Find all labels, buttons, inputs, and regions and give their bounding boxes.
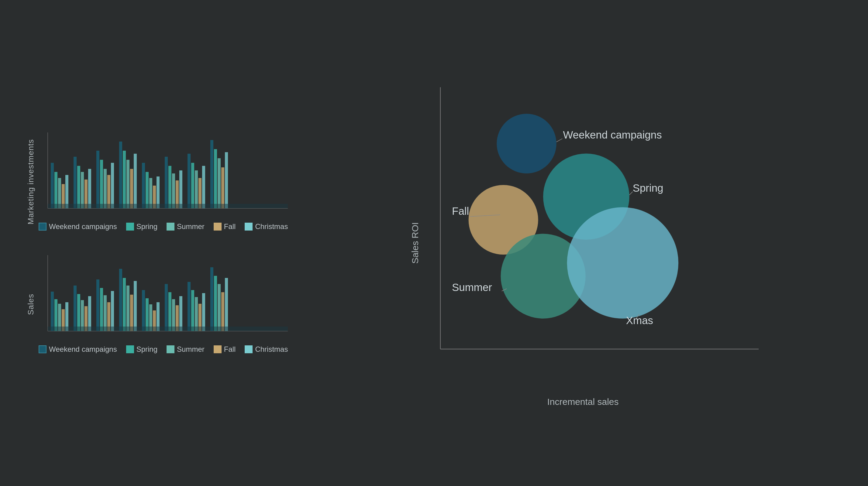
legend-label-summer: Summer — [177, 222, 205, 231]
bubble-xmas — [567, 207, 679, 319]
svg-rect-61 — [123, 278, 126, 331]
bubble-label-summer: Summer — [452, 281, 492, 293]
bubble-chart-svg: Weekend campaigns Spring Fall Summer X — [401, 76, 765, 410]
legend-label-fall: Fall — [224, 222, 236, 231]
bubble-label-fall: Fall — [452, 205, 469, 217]
svg-rect-8 — [77, 166, 80, 208]
sales-chart: Sales — [24, 255, 297, 354]
svg-rect-51 — [77, 294, 80, 331]
svg-rect-63 — [130, 295, 133, 331]
svg-rect-11 — [88, 169, 91, 208]
svg-rect-16 — [111, 163, 114, 208]
svg-rect-2 — [51, 163, 54, 208]
svg-rect-31 — [179, 170, 182, 208]
sales-chart-area: Weekend campaigns Spring Summer Fal — [39, 255, 297, 354]
legend-spring: Spring — [126, 222, 157, 231]
legend-box-spring — [126, 223, 134, 231]
svg-rect-62 — [126, 286, 129, 331]
svg-rect-80 — [210, 267, 213, 331]
svg-rect-34 — [195, 170, 198, 208]
bubble-label-weekend: Weekend campaigns — [563, 129, 662, 141]
svg-rect-17 — [119, 141, 122, 208]
y-axis-sales: Sales — [24, 255, 36, 354]
sales-legend-christmas: Christmas — [245, 345, 288, 354]
sales-legend-label-spring: Spring — [136, 345, 157, 354]
svg-rect-72 — [172, 299, 175, 331]
bubble-weekend — [497, 114, 556, 173]
marketing-bar-chart — [39, 132, 288, 218]
svg-rect-46 — [54, 299, 57, 331]
svg-rect-79 — [202, 293, 205, 331]
svg-rect-74 — [179, 296, 182, 331]
legend-box-fall — [214, 223, 222, 231]
svg-rect-23 — [146, 172, 149, 208]
svg-rect-83 — [221, 292, 224, 331]
svg-rect-33 — [191, 163, 194, 208]
sales-legend-spring: Spring — [126, 345, 157, 354]
sales-svg — [39, 255, 288, 340]
svg-rect-36 — [202, 166, 205, 208]
svg-rect-41 — [225, 152, 228, 208]
svg-rect-27 — [165, 157, 168, 208]
marketing-svg — [39, 132, 288, 218]
sales-legend-fall: Fall — [214, 345, 236, 354]
legend-label-weekend: Weekend campaigns — [49, 222, 117, 231]
svg-rect-26 — [157, 176, 160, 208]
legend-summer: Summer — [166, 222, 205, 231]
svg-rect-32 — [188, 154, 191, 208]
svg-rect-14 — [104, 169, 107, 208]
svg-rect-42 — [48, 204, 288, 208]
bubble-x-axis-label: Incremental sales — [547, 397, 618, 407]
bubble-label-xmas: Xmas — [626, 314, 653, 326]
svg-rect-39 — [218, 158, 221, 208]
svg-rect-6 — [65, 175, 68, 208]
svg-rect-50 — [73, 286, 76, 331]
legend-fall: Fall — [214, 222, 236, 231]
svg-rect-19 — [126, 160, 129, 208]
sales-legend-label-summer: Summer — [177, 345, 205, 354]
marketing-legend: Weekend campaigns Spring Summer Fal — [39, 222, 297, 231]
bubble-y-axis-label: Sales ROI — [410, 222, 420, 264]
svg-rect-64 — [134, 281, 137, 331]
svg-rect-3 — [54, 172, 57, 208]
sales-legend-box-summer — [166, 345, 175, 353]
svg-rect-60 — [119, 269, 122, 331]
svg-rect-40 — [221, 167, 224, 208]
svg-rect-76 — [191, 290, 194, 331]
svg-line-89 — [629, 192, 633, 195]
svg-rect-59 — [111, 291, 114, 331]
svg-rect-81 — [214, 276, 217, 331]
sales-legend-weekend: Weekend campaigns — [39, 345, 117, 354]
svg-rect-54 — [88, 296, 91, 331]
svg-rect-56 — [100, 288, 103, 331]
svg-rect-20 — [130, 169, 133, 208]
svg-rect-52 — [81, 300, 84, 331]
svg-rect-15 — [107, 175, 110, 208]
legend-box-summer — [166, 223, 175, 231]
svg-rect-75 — [188, 282, 191, 331]
legend-box-weekend — [39, 223, 46, 231]
svg-rect-82 — [218, 284, 221, 331]
svg-rect-85 — [48, 327, 288, 331]
y-axis-marketing: Marketing investments — [24, 132, 36, 231]
svg-rect-12 — [96, 151, 99, 208]
left-panel: Marketing investments — [24, 132, 297, 354]
sales-legend-summer: Summer — [166, 345, 205, 354]
svg-rect-28 — [168, 166, 172, 208]
svg-rect-37 — [210, 140, 213, 208]
svg-rect-7 — [73, 157, 76, 208]
svg-rect-77 — [195, 297, 198, 331]
svg-rect-66 — [146, 298, 149, 331]
svg-rect-65 — [142, 290, 145, 331]
legend-weekend: Weekend campaigns — [39, 222, 117, 231]
sales-legend-box-fall — [214, 345, 222, 353]
sales-bar-chart — [39, 255, 288, 340]
svg-rect-38 — [214, 149, 217, 208]
svg-rect-71 — [168, 292, 172, 331]
svg-rect-55 — [96, 280, 99, 331]
svg-rect-9 — [81, 172, 84, 208]
sales-legend: Weekend campaigns Spring Summer Fal — [39, 345, 297, 354]
right-panel: Sales ROI Weekend campaigns Spring Fall — [321, 76, 844, 410]
svg-rect-45 — [51, 292, 54, 331]
legend-box-christmas — [245, 223, 253, 231]
